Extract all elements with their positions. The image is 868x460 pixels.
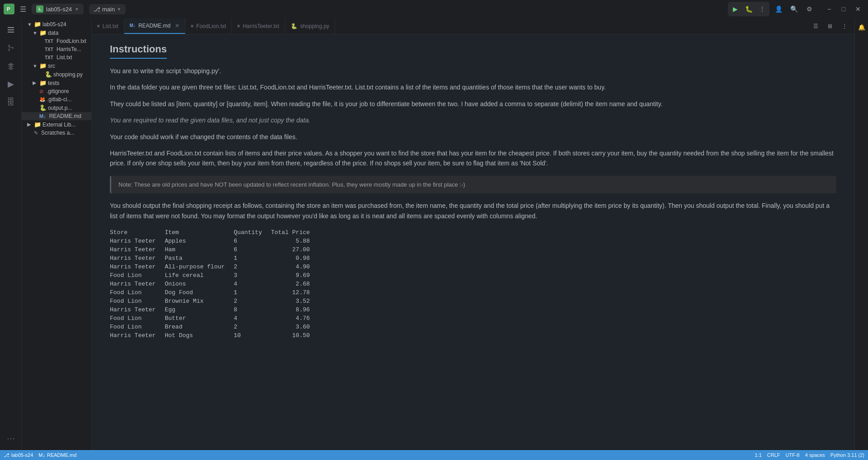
explorer-activity-icon[interactable] [3, 22, 19, 38]
table-cell: Harris Teeter [110, 237, 165, 245]
sidebar-item-shoppingpy[interactable]: 🐍 shopping.py [22, 70, 91, 79]
tab-foodlion-txt[interactable]: ≡ FoodLion.txt [185, 18, 232, 34]
status-md-icon: M↓ [38, 452, 45, 458]
tab-close-readme[interactable]: ✕ [175, 23, 179, 29]
sidebar-item-externallib[interactable]: ▶ 📁 External Lib... [22, 120, 91, 129]
table-row: Food LionBread23.60 [110, 323, 310, 331]
sidebar-label-gitlabci: .gitlab-ci... [47, 96, 72, 103]
sidebar-label-src: src [48, 63, 55, 69]
sidebar-label-externallib: External Lib... [42, 122, 75, 128]
table-cell: 4 [234, 280, 271, 288]
branch-name: main [102, 6, 115, 13]
para-italic: You are required to read the given data … [110, 117, 311, 124]
sidebar-item-data[interactable]: ▼ 📁 data [22, 28, 91, 37]
hamburger-menu[interactable]: ☰ [18, 3, 28, 15]
sidebar-item-tests[interactable]: ▶ 📁 tests [22, 79, 91, 87]
status-project[interactable]: ⎇ lab05-s24 [4, 452, 33, 458]
status-file-name: README.md [47, 452, 76, 458]
sidebar-item-harristeeter[interactable]: TXT HarrisTe... [22, 45, 91, 53]
run-button[interactable]: ▶ [729, 3, 741, 15]
table-cell: Bread [165, 323, 234, 331]
table-cell: 9.69 [271, 271, 310, 280]
debug-button[interactable]: 🐛 [742, 3, 755, 15]
minimize-button[interactable]: − [823, 3, 835, 15]
table-row: Harris TeeterPasta10.98 [110, 254, 310, 263]
editor-content: Instructions You are to write the script… [92, 34, 854, 450]
table-cell: Harris Teeter [110, 305, 165, 314]
table-cell: Food Lion [110, 271, 165, 280]
svg-point-2 [8, 45, 10, 47]
collapse-icon: ▼ [33, 63, 38, 69]
table-cell: Food Lion [110, 297, 165, 305]
branch-chevron: ▼ [117, 7, 121, 12]
tab-more-icon[interactable]: ⋮ [838, 20, 851, 33]
expand-icon: ▶ [27, 122, 33, 127]
tab-split-icon[interactable]: ⊞ [824, 20, 836, 33]
folder-icon: 📁 [34, 21, 41, 28]
database-activity-icon[interactable]: 🗄 [3, 94, 19, 110]
status-bar: ⎇ lab05-s24 M↓ README.md 1:1 CRLF UTF-8 … [0, 450, 868, 460]
table-row: Food LionBrownie Mix23.52 [110, 297, 310, 305]
status-language[interactable]: Python 3.11 (2) [830, 452, 864, 458]
sidebar-item-gitignore[interactable]: ⊘ .gitignore [22, 87, 91, 95]
status-position[interactable]: 1:1 [755, 452, 762, 458]
tab-icon-foodlion: ≡ [191, 23, 193, 28]
status-project-label: ⎇ [4, 452, 9, 458]
project-selector[interactable]: L lab05-s24 ▼ [32, 4, 84, 14]
status-indent[interactable]: 4 spaces [805, 452, 825, 458]
tab-list-icon[interactable]: ☰ [809, 20, 822, 33]
sidebar-label-foodlion: FoodLion.txt [57, 38, 86, 44]
tab-list-txt[interactable]: ≡ List.txt [92, 18, 124, 34]
profile-button[interactable]: 👤 [772, 3, 785, 15]
table-row: Food LionLife cereal39.69 [110, 271, 310, 280]
md-icon: M↓ [39, 113, 46, 119]
table-cell: Harris Teeter [110, 254, 165, 263]
table-cell: Food Lion [110, 288, 165, 297]
sidebar-item-readme[interactable]: M↓ README.md [22, 112, 91, 120]
status-file[interactable]: M↓ README.md [38, 452, 76, 458]
close-button[interactable]: ✕ [852, 3, 864, 15]
git-activity-icon[interactable] [3, 40, 19, 56]
status-line-ending[interactable]: CRLF [767, 452, 780, 458]
table-cell: 4.90 [271, 263, 310, 271]
editor-para-7: You should output the final shopping rec… [110, 201, 836, 221]
table-cell: Harris Teeter [110, 280, 165, 288]
tab-readme-md[interactable]: M↓ README.md ✕ [124, 18, 186, 34]
status-encoding[interactable]: UTF-8 [786, 452, 800, 458]
tab-shopping-py[interactable]: 🐍 shopping.py [285, 18, 335, 34]
folder-icon: 📁 [39, 29, 47, 36]
more-run-button[interactable]: ⋮ [756, 3, 769, 15]
table-cell: 3.52 [271, 297, 310, 305]
ci-icon: 🦊 [39, 97, 46, 103]
sidebar-item-src[interactable]: ▼ 📁 src [22, 61, 91, 70]
table-cell: Food Lion [110, 314, 165, 323]
sidebar-item-list[interactable]: TXT List.txt [22, 53, 91, 61]
table-row: Harris TeeterAll-purpose flour24.90 [110, 263, 310, 271]
sidebar-label-data: data [48, 30, 58, 36]
notifications-icon[interactable]: 🔔 [856, 22, 867, 33]
txt-icon: TXT [45, 55, 53, 60]
project-chevron: ▼ [75, 7, 79, 12]
search-button[interactable]: 🔍 [788, 3, 800, 15]
sidebar-item-gitlabci[interactable]: 🦊 .gitlab-ci... [22, 95, 91, 103]
sidebar-item-outputpy[interactable]: 🐍 output.p... [22, 103, 91, 112]
more-activity-icon[interactable]: ⋯ [3, 430, 19, 446]
project-icon: L [36, 5, 43, 13]
app-logo: P [4, 4, 14, 14]
sidebar-item-foodlion[interactable]: TXT FoodLion.txt [22, 37, 91, 45]
sidebar-label-harristeeter: HarrisTe... [57, 46, 81, 52]
table-cell: 6 [234, 237, 271, 245]
branch-selector[interactable]: ⎇ main ▼ [89, 4, 126, 14]
table-row: Harris TeeterHot Dogs1010.50 [110, 331, 310, 340]
maximize-button[interactable]: □ [837, 3, 850, 15]
run-activity-icon[interactable]: ▶ [3, 76, 19, 92]
expand-icon: ▶ [33, 80, 38, 86]
sidebar-item-lab05[interactable]: ▼ 📁 lab05-s24 [22, 20, 91, 28]
sidebar-item-scratches[interactable]: ✎ Scratches a... [22, 129, 91, 137]
settings-button[interactable]: ⚙ [803, 3, 816, 15]
table-cell: Egg [165, 305, 234, 314]
tab-harristeeter-txt[interactable]: ≡ HarrisTeeter.txt [232, 18, 285, 34]
status-project-name: lab05-s24 [11, 452, 33, 458]
table-cell: 0.98 [271, 254, 310, 263]
layers-activity-icon[interactable] [3, 58, 19, 74]
